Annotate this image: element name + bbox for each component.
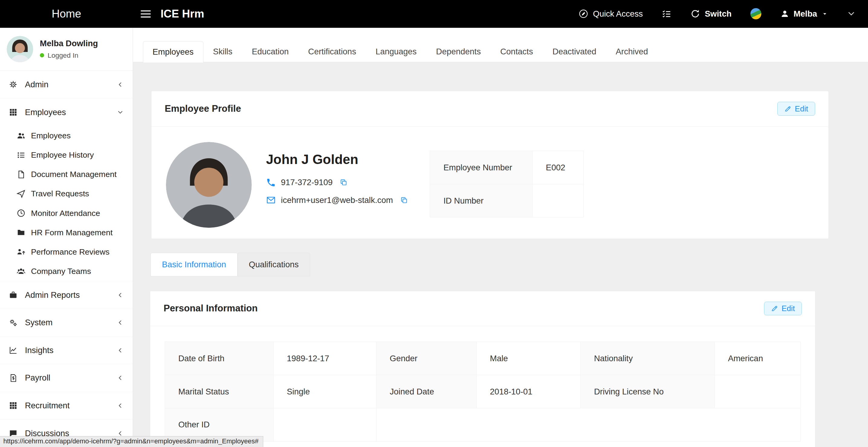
empty-cell xyxy=(376,408,800,442)
grid-icon xyxy=(9,108,18,117)
sidebar-item-admin[interactable]: Admin xyxy=(0,71,133,98)
detail-subtabs: Basic Information Qualifications xyxy=(151,253,829,276)
refresh-icon xyxy=(690,9,700,19)
chevron-down-icon xyxy=(117,109,124,116)
mail-icon xyxy=(266,195,276,205)
document-icon xyxy=(17,170,25,179)
field-value xyxy=(714,375,800,408)
pencil-icon xyxy=(771,305,778,312)
people-icon xyxy=(17,131,25,140)
performance-icon xyxy=(17,248,25,256)
tab-deactivated[interactable]: Deactivated xyxy=(543,41,606,62)
sidebar-subitem-employee-history[interactable]: Employee History xyxy=(0,146,133,165)
tab-archived[interactable]: Archived xyxy=(606,41,658,62)
online-status-dot xyxy=(40,53,44,58)
teams-icon xyxy=(17,267,25,276)
employee-photo xyxy=(166,142,252,228)
sidebar-user-card: Melba Dowling Logged In xyxy=(0,28,133,71)
top-navbar: Home ICE Hrm Quick Access Switch Melba xyxy=(0,0,868,28)
tab-employees[interactable]: Employees xyxy=(143,41,204,63)
sidebar-subitem-label: Performance Reviews xyxy=(31,247,110,257)
sidebar-item-label: Admin Reports xyxy=(25,290,80,300)
chevron-left-icon xyxy=(117,319,124,326)
tab-contacts[interactable]: Contacts xyxy=(491,41,543,62)
quick-access-button[interactable]: Quick Access xyxy=(579,9,643,19)
sidebar-subitem-label: Employee History xyxy=(31,151,94,160)
edit-profile-button[interactable]: Edit xyxy=(777,102,815,116)
field-label: ID Number xyxy=(430,184,532,218)
field-value: 2018-10-01 xyxy=(476,375,581,408)
sidebar-item-recruitment[interactable]: Recruitment xyxy=(0,392,133,420)
list-icon xyxy=(17,151,25,159)
sidebar-subitem-label: HR Form Management xyxy=(31,228,113,237)
copy-icon xyxy=(400,196,408,204)
subtab-qualifications[interactable]: Qualifications xyxy=(238,253,310,276)
tasks-button[interactable] xyxy=(661,9,672,19)
checklist-icon xyxy=(661,9,672,19)
app-brand[interactable]: ICE Hrm xyxy=(160,7,204,20)
user-menu-label: Melba xyxy=(794,9,817,19)
user-icon xyxy=(780,9,789,18)
language-button[interactable] xyxy=(750,8,762,19)
home-link[interactable]: Home xyxy=(0,7,133,20)
sidebar-item-admin-reports[interactable]: Admin Reports xyxy=(0,281,133,309)
module-tabbar: Employees Skills Education Certification… xyxy=(133,28,868,63)
employee-name: John J Golden xyxy=(266,152,415,167)
field-label: Driving License No xyxy=(581,375,714,408)
sidebar-item-label: Insights xyxy=(25,346,54,355)
employee-profile-card: Employee Profile Edit John J Golden xyxy=(151,91,829,239)
tab-languages[interactable]: Languages xyxy=(366,41,427,62)
field-value: Male xyxy=(476,342,581,375)
sidebar: Melba Dowling Logged In Admin Employees xyxy=(0,28,133,447)
sidebar-item-label: Employees xyxy=(25,107,66,117)
tab-skills[interactable]: Skills xyxy=(204,41,242,62)
user-menu[interactable]: Melba xyxy=(780,9,828,19)
sidebar-subitem-monitor-attendance[interactable]: Monitor Attendance xyxy=(0,203,133,223)
edit-personal-information-button[interactable]: Edit xyxy=(764,302,802,316)
copy-email-button[interactable] xyxy=(400,196,408,204)
chevron-left-icon xyxy=(117,402,124,409)
sidebar-subitem-label: Document Management xyxy=(31,170,117,179)
employee-profile-title: Employee Profile xyxy=(165,103,241,114)
field-value: Single xyxy=(273,375,376,408)
sidebar-subitem-employees[interactable]: Employees xyxy=(0,126,133,146)
sidebar-item-employees[interactable]: Employees xyxy=(0,98,133,126)
content-area: Employee Profile Edit John J Golden xyxy=(133,62,868,447)
pencil-circle-icon xyxy=(579,9,588,19)
chevron-left-icon xyxy=(117,430,124,437)
navbar-collapse-button[interactable] xyxy=(847,9,856,18)
sidebar-subitem-travel-requests[interactable]: Travel Requests xyxy=(0,184,133,203)
tab-education[interactable]: Education xyxy=(242,41,298,62)
personal-information-card: Personal Information Edit Date of Birth … xyxy=(150,291,815,447)
hamburger-icon xyxy=(140,8,152,20)
link-preview-statusbar: https://icehrm.com/app/demo-icehrm/?g=ad… xyxy=(0,436,263,447)
field-value xyxy=(273,408,376,442)
money-icon xyxy=(9,374,18,382)
tab-dependents[interactable]: Dependents xyxy=(427,41,491,62)
sidebar-item-system[interactable]: System xyxy=(0,309,133,337)
sidebar-user-name: Melba Dowling xyxy=(40,39,98,48)
sidebar-subitem-hr-form-management[interactable]: HR Form Management xyxy=(0,223,133,242)
table-row: Date of Birth 1989-12-17 Gender Male Nat… xyxy=(165,342,800,375)
tab-certifications[interactable]: Certifications xyxy=(298,41,366,62)
sidebar-subitem-company-teams[interactable]: Company Teams xyxy=(0,261,133,281)
sidebar-item-payroll[interactable]: Payroll xyxy=(0,364,133,392)
sidebar-item-insights[interactable]: Insights xyxy=(0,337,133,364)
main-content: Employees Skills Education Certification… xyxy=(133,28,868,447)
switch-button[interactable]: Switch xyxy=(690,9,732,19)
helm-icon xyxy=(9,80,18,89)
sidebar-subitem-performance-reviews[interactable]: Performance Reviews xyxy=(0,242,133,261)
avatar xyxy=(7,36,33,63)
personal-information-table: Date of Birth 1989-12-17 Gender Male Nat… xyxy=(165,342,801,442)
sidebar-item-label: Admin xyxy=(25,80,49,89)
sidebar-subitem-label: Company Teams xyxy=(31,267,91,276)
sidebar-subitem-document-management[interactable]: Document Management xyxy=(0,165,133,184)
hamburger-menu-button[interactable] xyxy=(140,8,152,20)
field-value: E002 xyxy=(532,151,584,184)
copy-icon xyxy=(340,179,347,186)
chevron-left-icon xyxy=(117,292,124,298)
table-row: ID Number xyxy=(430,184,583,218)
grid-icon xyxy=(9,401,18,410)
copy-phone-button[interactable] xyxy=(340,179,347,186)
subtab-basic-information[interactable]: Basic Information xyxy=(151,253,237,276)
